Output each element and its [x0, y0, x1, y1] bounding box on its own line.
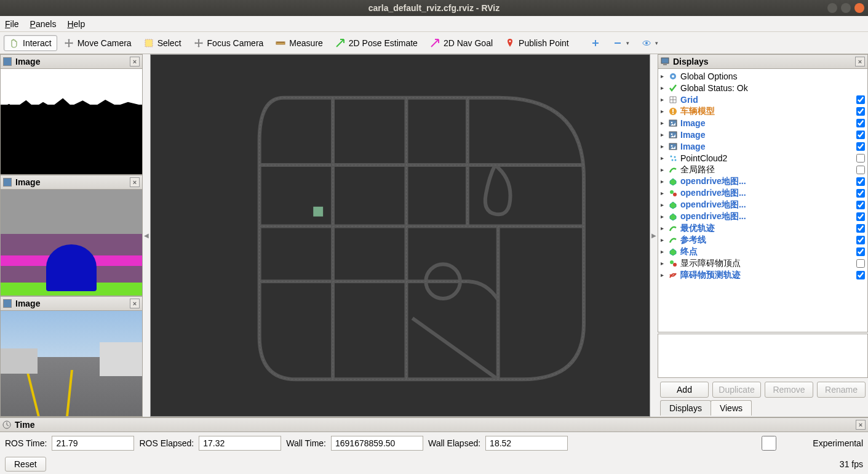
expand-arrow-icon[interactable]: ▸ [661, 108, 668, 114]
add-button[interactable]: Add [660, 382, 709, 398]
svg-point-20 [674, 156, 676, 158]
display-item[interactable]: ▸opendrive地图... [658, 211, 867, 222]
expand-arrow-icon[interactable]: ▸ [661, 213, 668, 220]
tool-eye-button[interactable]: ▾ [636, 35, 664, 51]
tool-nav-goal-button[interactable]: 2D Nav Goal [424, 35, 498, 51]
display-item[interactable]: ▸Image [658, 129, 867, 140]
display-item-checkbox[interactable] [856, 154, 865, 163]
menu-help[interactable]: Help [67, 19, 85, 29]
panel-close-button[interactable]: × [130, 299, 140, 308]
display-item[interactable]: ▸Global Status: Ok [658, 82, 867, 94]
panel-close-button[interactable]: × [130, 177, 140, 187]
right-gutter-handle[interactable]: ▶ [650, 54, 658, 417]
display-item[interactable]: ▸opendrive地图... [658, 175, 867, 187]
experimental-checkbox[interactable] [728, 436, 810, 451]
expand-arrow-icon[interactable]: ▸ [661, 178, 668, 185]
display-item-checkbox[interactable] [856, 189, 865, 198]
displays-tree[interactable]: ▸Global Options▸Global Status: Ok▸Grid▸车… [658, 69, 868, 332]
duplicate-button[interactable]: Duplicate [712, 382, 761, 398]
display-item-checkbox[interactable] [856, 119, 865, 127]
window-minimize-button[interactable] [827, 3, 837, 13]
wall-time-input[interactable] [331, 436, 423, 451]
tool-remove-button[interactable]: ▾ [607, 35, 635, 51]
tab-displays[interactable]: Displays [660, 400, 711, 416]
image-view-3[interactable] [0, 311, 143, 417]
display-item-checkbox[interactable] [856, 236, 865, 244]
expand-arrow-icon[interactable]: ▸ [661, 271, 668, 278]
panel-close-button[interactable]: × [856, 420, 866, 430]
monitor-icon [661, 57, 669, 66]
3d-view[interactable] [150, 54, 650, 417]
panel-close-button[interactable]: × [855, 57, 865, 66]
tool-interact-button[interactable]: Interact [4, 35, 57, 51]
expand-arrow-icon[interactable]: ▸ [661, 119, 668, 126]
display-item[interactable]: ▸Global Options [658, 70, 867, 82]
display-item-checkbox[interactable] [856, 201, 865, 209]
expand-arrow-icon[interactable]: ▸ [661, 84, 668, 91]
display-item[interactable]: ▸参考线 [658, 234, 867, 246]
rename-button[interactable]: Rename [817, 382, 866, 398]
image-panel-1-header[interactable]: Image × [0, 54, 143, 69]
tool-select-button[interactable]: Select [138, 35, 187, 51]
display-item[interactable]: ▸显示障碍物顶点 [658, 257, 867, 269]
display-item-checkbox[interactable] [856, 271, 865, 279]
display-item-checkbox[interactable] [856, 247, 865, 256]
expand-arrow-icon[interactable]: ▸ [661, 96, 668, 103]
display-item[interactable]: ▸全局路径 [658, 164, 867, 175]
tool-focus-camera-button[interactable]: Focus Camera [188, 35, 269, 51]
display-item[interactable]: ▸车辆模型 [658, 105, 867, 117]
panel-close-button[interactable]: × [130, 57, 140, 66]
display-item[interactable]: ▸障碍物预测轨迹 [658, 269, 867, 281]
expand-arrow-icon[interactable]: ▸ [661, 225, 668, 231]
display-item[interactable]: ▸最优轨迹 [658, 222, 867, 234]
display-item-checkbox[interactable] [856, 259, 865, 268]
display-item[interactable]: ▸opendrive地图... [658, 199, 867, 211]
ros-elapsed-input[interactable] [199, 436, 281, 451]
expand-arrow-icon[interactable]: ▸ [661, 260, 668, 267]
expand-arrow-icon[interactable]: ▸ [661, 201, 668, 208]
menu-file[interactable]: File [5, 19, 19, 29]
tool-add-button[interactable] [585, 35, 606, 51]
display-item-checkbox[interactable] [856, 177, 865, 186]
display-item-checkbox[interactable] [856, 95, 865, 104]
left-gutter-handle[interactable]: ◀ [143, 54, 150, 417]
display-item[interactable]: ▸PointCloud2 [658, 152, 867, 164]
display-item[interactable]: ▸opendrive地图... [658, 187, 867, 199]
expand-arrow-icon[interactable]: ▸ [661, 190, 668, 196]
display-item-checkbox[interactable] [856, 107, 865, 116]
expand-arrow-icon[interactable]: ▸ [661, 131, 668, 138]
tool-move-camera-button[interactable]: Move Camera [58, 35, 137, 51]
display-item-checkbox[interactable] [856, 166, 865, 174]
display-item-label: opendrive地图... [680, 176, 856, 187]
display-item[interactable]: ▸Grid [658, 94, 867, 105]
display-item[interactable]: ▸Image [658, 140, 867, 152]
window-maximize-button[interactable] [841, 3, 851, 13]
expand-arrow-icon[interactable]: ▸ [661, 236, 668, 243]
remove-button[interactable]: Remove [765, 382, 813, 398]
expand-arrow-icon[interactable]: ▸ [661, 166, 668, 173]
expand-arrow-icon[interactable]: ▸ [661, 155, 668, 161]
expand-arrow-icon[interactable]: ▸ [661, 248, 668, 255]
image-view-1[interactable] [0, 69, 143, 175]
display-item-checkbox[interactable] [856, 212, 865, 221]
reset-button[interactable]: Reset [5, 457, 46, 472]
display-item-checkbox[interactable] [856, 224, 865, 233]
display-item[interactable]: ▸终点 [658, 246, 867, 257]
expand-arrow-icon[interactable]: ▸ [661, 143, 668, 150]
displays-panel-header[interactable]: Displays × [658, 54, 868, 69]
menu-panels[interactable]: Panels [30, 19, 57, 29]
image-panel-3-header[interactable]: Image × [0, 296, 143, 311]
image-panel-2-header[interactable]: Image × [0, 175, 143, 190]
display-item-checkbox[interactable] [856, 131, 865, 139]
window-close-button[interactable] [854, 3, 864, 13]
tool-pose-estimate-button[interactable]: 2D Pose Estimate [330, 35, 423, 51]
image-view-2[interactable] [0, 190, 143, 295]
tool-measure-button[interactable]: Measure [270, 35, 328, 51]
expand-arrow-icon[interactable]: ▸ [661, 73, 668, 79]
wall-elapsed-input[interactable] [485, 436, 568, 451]
display-item[interactable]: ▸Image [658, 117, 867, 129]
display-item-checkbox[interactable] [856, 142, 865, 151]
tab-views[interactable]: Views [711, 400, 752, 416]
ros-time-input[interactable] [52, 436, 134, 451]
tool-publish-point-button[interactable]: Publish Point [500, 35, 575, 51]
